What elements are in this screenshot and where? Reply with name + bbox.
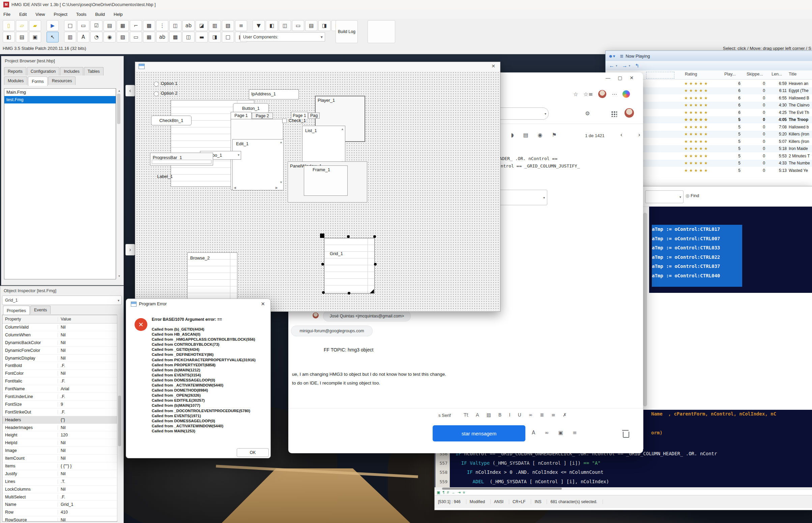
format-icon[interactable]: ✗ <box>563 412 567 417</box>
property-row[interactable]: FontColor Nil <box>2 370 117 377</box>
property-row[interactable]: FontName Arial <box>2 385 117 393</box>
close-icon[interactable]: ✕ <box>491 64 495 69</box>
editor-scrollbar[interactable] <box>643 213 647 407</box>
menu-item[interactable]: Help <box>113 12 123 17</box>
list-control[interactable]: List_1 ▲ ▼ <box>302 126 345 165</box>
more-menu-icon[interactable]: ⋯ <box>612 91 617 97</box>
settings-gear-icon[interactable]: ⚙ <box>585 110 590 116</box>
property-value[interactable]: 410 <box>58 510 117 515</box>
rating-stars[interactable]: ★★★★★ <box>684 103 709 108</box>
compose-icon[interactable]: ∞ <box>545 430 549 436</box>
property-row[interactable]: FontSize 9 <box>2 401 117 409</box>
control-toolbar-button[interactable]: ▤ <box>104 20 116 31</box>
resize-handle[interactable] <box>321 263 324 266</box>
collections-icon[interactable]: ☆≡ <box>583 91 593 97</box>
scrollbar-thumb[interactable] <box>442 488 562 490</box>
next-page-icon[interactable]: › <box>638 132 640 138</box>
project-tab[interactable]: Configuration <box>27 67 59 75</box>
tool-toolbar-button[interactable]: ▬ <box>196 32 208 42</box>
property-value[interactable]: .F. <box>58 495 117 500</box>
property-row[interactable]: Image Nil <box>2 447 117 455</box>
property-value[interactable]: .F. <box>58 363 117 368</box>
rating-stars[interactable]: ★★★★★ <box>684 146 709 151</box>
property-value[interactable]: Grid_1 <box>58 502 117 507</box>
property-row[interactable]: FontBold .F. <box>2 362 117 370</box>
minimize-icon[interactable]: — <box>606 75 610 80</box>
property-value[interactable]: .F. <box>58 410 117 414</box>
title-column-header[interactable]: Title <box>789 72 796 76</box>
tab-events[interactable]: Events <box>30 306 51 314</box>
property-value[interactable]: 120 <box>58 433 117 437</box>
tool-toolbar-button[interactable]: ab <box>156 32 168 42</box>
account-avatar[interactable] <box>624 108 634 118</box>
property-row[interactable]: ColumnWhen Nil <box>2 331 117 339</box>
property-row[interactable]: ItemCount Nil <box>2 455 117 462</box>
editor-mini-icon[interactable]: ▣ <box>437 490 440 495</box>
toolbar-button[interactable]: ▤ <box>16 32 28 42</box>
property-value[interactable]: Arial <box>58 386 117 391</box>
property-row[interactable]: Lines .T. <box>2 478 117 486</box>
property-value[interactable]: .F. <box>58 379 117 383</box>
rating-stars[interactable]: ★★★★★ <box>684 117 709 122</box>
rating-stars[interactable]: ★★★★★ <box>684 81 709 86</box>
property-row[interactable]: DynamicBackColor Nil <box>2 339 117 347</box>
property-row[interactable]: HelpId Nil <box>2 439 117 447</box>
tool-toolbar-button[interactable]: ◉ <box>104 32 116 42</box>
find-button[interactable]: ◎ Find <box>686 193 699 198</box>
menu-item[interactable]: Project <box>54 12 67 17</box>
scrollbar-thumb[interactable] <box>117 94 120 124</box>
property-value[interactable]: Nil <box>58 518 117 522</box>
form-file-item[interactable]: Main.Fmg <box>4 89 116 96</box>
close-icon[interactable]: ✕ <box>630 75 634 80</box>
doc-tool-icon[interactable]: ◉ <box>538 132 543 138</box>
resize-handle[interactable] <box>347 235 350 238</box>
rating-column-header[interactable]: Rating <box>685 72 697 76</box>
control-toolbar-button[interactable]: ▩ <box>143 20 155 31</box>
radio-option2[interactable] <box>154 91 159 96</box>
resize-handle[interactable] <box>373 235 376 238</box>
code-pane-middle[interactable]: Name , cParentForm, nControl, nColIndex,… <box>643 410 812 454</box>
check1-control[interactable] <box>282 119 287 123</box>
control-toolbar-button[interactable]: ◫ <box>169 20 181 31</box>
property-value[interactable]: Nil <box>58 325 117 329</box>
control-toolbar-button[interactable]: ▧ <box>222 20 234 31</box>
project-tab[interactable]: Includes <box>60 67 83 75</box>
rating-stars[interactable]: ★★★★★ <box>684 139 709 144</box>
scrollbar-thumb[interactable] <box>118 396 121 446</box>
doc-tool-icon[interactable]: ▤ <box>523 132 528 138</box>
property-value[interactable]: {"} <box>58 417 117 422</box>
format-icon[interactable]: I <box>509 412 510 417</box>
property-value[interactable]: Nil <box>58 340 117 345</box>
sender-pill[interactable]: José Quintas <jmcquintas@gmail.com> <box>323 311 411 322</box>
toolbar-button[interactable]: ▣ <box>29 32 41 42</box>
scroll-down-icon[interactable]: ▼ <box>116 275 122 278</box>
property-row[interactable]: Justify Nil <box>2 470 117 478</box>
close-icon[interactable]: ✕ <box>261 301 265 307</box>
progressbar-control[interactable]: ProgressBar_1 <box>150 152 213 165</box>
resize-handle[interactable] <box>348 292 350 294</box>
control-toolbar-button[interactable]: ▭ <box>292 20 304 31</box>
property-value[interactable]: Nil <box>58 332 117 337</box>
tool-toolbar-button[interactable]: ▦ <box>143 32 155 42</box>
editor-mini-icon[interactable]: ¶ <box>442 490 444 495</box>
control-toolbar-button[interactable]: ◨ <box>318 20 331 31</box>
error-dialog-titlebar[interactable]: Program Error ✕ <box>126 299 270 309</box>
control-toolbar-button[interactable]: ⋮ <box>156 20 168 31</box>
property-row[interactable]: FontStrikeOut .F. <box>2 409 117 416</box>
property-value[interactable]: Nil <box>58 448 117 453</box>
rating-stars[interactable]: ★★★★★ <box>684 132 709 137</box>
find-combobox[interactable]: ▾ <box>645 191 684 203</box>
format-icon[interactable]: ≣ <box>540 412 544 417</box>
project-tab[interactable]: Reports <box>4 67 26 75</box>
tool-toolbar-button[interactable]: ◫ <box>182 32 195 42</box>
property-value[interactable]: Nil <box>58 487 117 492</box>
project-tab[interactable]: Forms <box>28 76 47 86</box>
tab2-page1[interactable]: Page 1 <box>291 112 308 119</box>
tool-toolbar-button[interactable]: ▥ <box>64 32 76 42</box>
empty-column-header[interactable] <box>646 72 674 78</box>
property-row[interactable]: DynamicForeColor Nil <box>2 347 117 355</box>
control-toolbar-button[interactable]: ▭ <box>77 20 89 31</box>
tab2-page2[interactable]: Pag <box>308 112 320 119</box>
tool-toolbar-button[interactable]: ▨ <box>117 32 129 42</box>
forward-icon[interactable]: → <box>622 63 628 69</box>
